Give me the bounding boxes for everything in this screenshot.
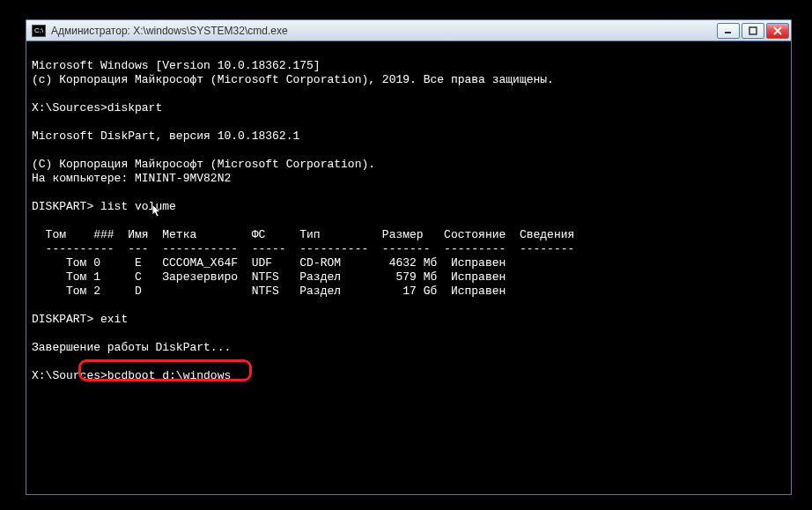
mouse-cursor-icon: [152, 204, 162, 219]
output-line: X:\Sources>diskpart: [32, 101, 162, 115]
table-row: Том 0 E CCCOMA_X64F UDF CD-ROM 4632 Мб И…: [32, 256, 506, 270]
output-line: (C) Корпорация Майкрософт (Microsoft Cor…: [32, 158, 375, 171]
terminal-output[interactable]: Microsoft Windows [Version 10.0.18362.17…: [26, 41, 791, 494]
output-line: На компьютере: MININT-9MV82N2: [32, 172, 231, 185]
output-line: Microsoft Windows [Version 10.0.18362.17…: [32, 59, 321, 72]
window-controls: [715, 23, 789, 39]
prompt: X:\Sources>: [32, 369, 107, 382]
titlebar[interactable]: C:\ Администратор: X:\windows\SYSTEM32\c…: [26, 20, 791, 41]
output-line: Завершение работы DiskPart...: [32, 341, 231, 354]
output-line: DISKPART> exit: [32, 313, 128, 326]
window-title: Администратор: X:\windows\SYSTEM32\cmd.e…: [51, 25, 715, 37]
output-line: (c) Корпорация Майкрософт (Microsoft Cor…: [32, 73, 554, 86]
table-divider: ---------- --- ----------- ----- -------…: [32, 242, 574, 255]
output-line: Microsoft DiskPart, версия 10.0.18362.1: [32, 129, 299, 143]
table-row: Том 1 C Зарезервиро NTFS Раздел 579 Мб И…: [32, 270, 506, 284]
table-header: Том ### Имя Метка ФС Тип Размер Состояни…: [32, 228, 574, 241]
minimize-button[interactable]: [717, 23, 740, 39]
table-row: Том 2 D NTFS Раздел 17 Gб Исправен: [32, 285, 506, 298]
close-button[interactable]: [766, 23, 789, 39]
maximize-button[interactable]: [742, 23, 764, 39]
text-caret: _: [231, 369, 238, 382]
svg-rect-1: [749, 27, 757, 34]
app-icon: C:\: [32, 25, 46, 37]
current-command: bcdboot d:\windows: [107, 369, 231, 382]
cmd-window: C:\ Администратор: X:\windows\SYSTEM32\c…: [26, 19, 792, 495]
